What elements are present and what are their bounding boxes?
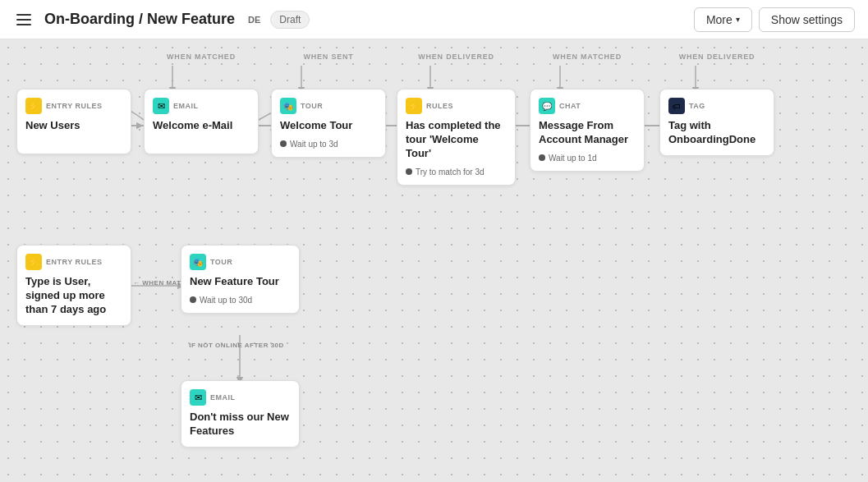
card-rules-completed[interactable]: ⚡ RULES Has completed the tour 'Welcome …	[397, 89, 516, 186]
card-title: New Feature Tour	[190, 275, 291, 289]
card-footer: Wait up to 1d	[539, 154, 636, 163]
card-type-row: 🎭 TOUR	[280, 98, 377, 114]
card-tour-welcome[interactable]: 🎭 TOUR Welcome Tour Wait up to 3d	[271, 89, 386, 158]
card-entry-rules-1[interactable]: ⚡ ENTRY RULES New Users	[16, 89, 131, 154]
section-label-when-matched-2: WHEN MATCHED	[530, 53, 645, 61]
lang-badge: DE	[248, 15, 260, 25]
card-type-label: TOUR	[301, 102, 323, 110]
card-email-new-features[interactable]: ✉ EMAIL Don't miss our New Features	[181, 380, 300, 448]
card-type-row: 🎭 TOUR	[190, 254, 291, 270]
card-footer: Wait up to 30d	[190, 296, 291, 305]
rules-icon: ⚡	[406, 98, 422, 114]
card-title: Type is User, signed up more than 7 days…	[25, 275, 122, 317]
card-title: Tag with OnboardingDone	[668, 119, 765, 147]
tour-icon: 🎭	[280, 98, 296, 114]
email-new-icon: ✉	[190, 389, 206, 406]
card-type-row: 🏷 TAG	[668, 98, 765, 114]
card-footer-text: Try to match for 3d	[416, 168, 485, 177]
section-label-when-delivered-2: WHEN DELIVERED	[659, 53, 774, 61]
card-title: Don't miss our New Features	[190, 411, 291, 438]
card-type-label: TOUR	[210, 258, 232, 266]
card-type-row: ⚡ RULES	[406, 98, 507, 114]
card-type-row: ⚡ ENTRY RULES	[25, 98, 122, 114]
card-chat-account[interactable]: 💬 CHAT Message From Account Manager Wait…	[530, 89, 645, 172]
card-type-row: ⚡ ENTRY RULES	[25, 254, 122, 270]
connector-if-not-online-label: IF NOT ONLINE AFTER 30D	[187, 342, 286, 349]
entry-rules-2-icon: ⚡	[25, 254, 42, 270]
card-type-label: RULES	[426, 102, 453, 110]
card-title: Welcome Tour	[280, 119, 377, 133]
card-footer-text: Wait up to 3d	[290, 140, 338, 149]
tag-icon: 🏷	[668, 98, 685, 114]
card-title: Message From Account Manager	[539, 119, 636, 147]
section-label-when-sent: WHEN SENT	[271, 53, 386, 61]
section-label-when-matched-1: WHEN MATCHED	[144, 53, 259, 61]
card-footer: Wait up to 3d	[280, 140, 377, 149]
chevron-down-icon: ▾	[736, 15, 740, 24]
page-title: On-Boarding / New Feature	[44, 11, 235, 28]
email-icon: ✉	[153, 98, 169, 114]
card-title: New Users	[25, 119, 122, 133]
card-type-label: ENTRY RULES	[46, 258, 103, 266]
card-type-label: ENTRY RULES	[46, 102, 103, 110]
card-footer: Try to match for 3d	[406, 168, 507, 177]
card-type-label: EMAIL	[210, 393, 236, 402]
card-type-row: ✉ EMAIL	[153, 98, 250, 114]
card-type-row: 💬 CHAT	[539, 98, 636, 114]
show-settings-button[interactable]: Show settings	[759, 7, 855, 32]
card-type-label: CHAT	[559, 102, 581, 110]
entry-rules-icon: ⚡	[25, 98, 42, 114]
card-email-welcome[interactable]: ✉ EMAIL Welcome e-Mail	[144, 89, 259, 154]
card-type-label: EMAIL	[173, 102, 199, 110]
card-tour-new-feature[interactable]: 🎭 TOUR New Feature Tour Wait up to 30d	[181, 245, 300, 314]
card-type-row: ✉ EMAIL	[190, 389, 291, 406]
tour-new-icon: 🎭	[190, 254, 206, 270]
card-title: Has completed the tour 'Welcome Tour'	[406, 119, 507, 161]
topbar-right: More ▾ Show settings	[694, 7, 855, 32]
topbar-left: On-Boarding / New Feature DE Draft	[13, 11, 694, 29]
more-label: More	[706, 13, 733, 26]
section-label-when-delivered-1: WHEN DELIVERED	[397, 53, 516, 61]
draft-badge: Draft	[270, 11, 310, 29]
topbar: On-Boarding / New Feature DE Draft More …	[0, 0, 868, 39]
chat-icon: 💬	[539, 98, 555, 114]
card-title: Welcome e-Mail	[153, 119, 250, 133]
hamburger-menu[interactable]	[13, 11, 34, 29]
more-button[interactable]: More ▾	[694, 7, 752, 32]
card-entry-rules-2[interactable]: ⚡ ENTRY RULES Type is User, signed up mo…	[16, 245, 131, 326]
card-type-label: TAG	[689, 102, 705, 110]
card-footer-text: Wait up to 30d	[200, 296, 252, 305]
card-tag-onboarding[interactable]: 🏷 TAG Tag with OnboardingDone	[659, 89, 774, 156]
card-footer-text: Wait up to 1d	[549, 154, 597, 163]
canvas: WHEN MATCHED WHEN SENT WHEN DELIVERED WH…	[0, 39, 868, 482]
